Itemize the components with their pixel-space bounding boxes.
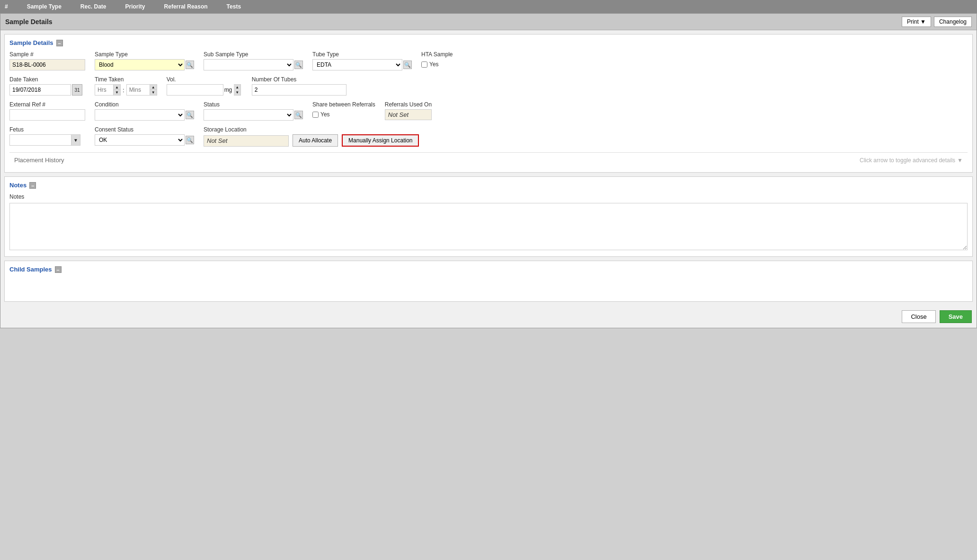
auto-allocate-button[interactable]: Auto Allocate — [293, 134, 338, 147]
status-select[interactable] — [204, 109, 293, 121]
col-tests: Tests — [227, 3, 241, 10]
sample-type-search-icon[interactable]: 🔍 — [186, 61, 194, 69]
toggle-hint-group: Click arrow to toggle advanced details ▼ — [860, 157, 963, 164]
fetus-label: Fetus — [9, 126, 85, 133]
window-title: Sample Details — [5, 18, 53, 26]
col-rec-date: Rec. Date — [80, 3, 107, 10]
time-taken-label: Time Taken — [95, 76, 157, 83]
form-row-2: Date Taken 31 Time Taken ▲ ▼ — [9, 76, 968, 96]
storage-location-value: Not Set — [204, 135, 289, 147]
vol-input-group: mg ▲ ▼ — [167, 84, 242, 96]
child-samples-title-text: Child Samples — [9, 266, 52, 273]
calendar-icon[interactable]: 31 — [72, 84, 82, 96]
tube-type-search-icon[interactable]: 🔍 — [403, 61, 412, 69]
storage-location-field: Storage Location Not Set Auto Allocate M… — [204, 126, 419, 147]
sample-type-label: Sample Type — [95, 51, 194, 58]
vol-down-arrow[interactable]: ▼ — [234, 90, 240, 95]
sample-number-label: Sample # — [9, 51, 85, 58]
notes-textarea[interactable] — [9, 203, 968, 250]
print-button[interactable]: Print ▼ — [902, 17, 931, 27]
condition-search-icon[interactable]: 🔍 — [186, 111, 194, 119]
vol-spinner-arrows: ▲ ▼ — [234, 84, 241, 96]
fetus-input[interactable] — [9, 134, 71, 146]
col-priority: Priority — [125, 3, 145, 10]
hta-sample-checkbox-group: Yes — [421, 61, 453, 68]
consent-status-select[interactable]: OK — [95, 134, 185, 146]
time-taken-input-group: ▲ ▼ : ▲ ▼ — [95, 84, 157, 96]
sample-type-select[interactable]: Blood — [95, 59, 185, 70]
mins-down-arrow[interactable]: ▼ — [150, 90, 157, 95]
vol-input[interactable] — [167, 84, 223, 96]
sample-details-collapse[interactable]: − — [56, 40, 63, 46]
consent-status-label: Consent Status — [95, 126, 194, 133]
child-samples-content — [9, 278, 968, 297]
tube-type-select[interactable]: EDTA — [312, 59, 402, 70]
status-input-group: 🔍 — [204, 109, 303, 121]
sample-details-section: Sample Details − Sample # Sample Type Bl… — [4, 34, 973, 173]
status-label: Status — [204, 101, 303, 108]
hta-sample-checkbox[interactable] — [421, 61, 427, 68]
share-checkbox-group: Yes — [312, 111, 375, 118]
share-between-referrals-field: Share between Referrals Yes — [312, 101, 375, 118]
child-samples-title: Child Samples − — [9, 266, 968, 273]
share-between-referrals-label: Share between Referrals — [312, 101, 375, 108]
vol-label: Vol. — [167, 76, 242, 83]
number-of-tubes-input[interactable] — [252, 84, 346, 96]
consent-status-input-group: OK 🔍 — [95, 134, 194, 146]
vol-up-arrow[interactable]: ▲ — [234, 85, 240, 90]
share-yes-label: Yes — [320, 111, 330, 118]
sub-sample-type-select[interactable] — [204, 59, 293, 70]
sub-sample-type-input-group: 🔍 — [204, 59, 303, 70]
sample-number-input[interactable] — [9, 59, 85, 70]
mins-up-arrow[interactable]: ▲ — [150, 85, 157, 90]
external-ref-input[interactable] — [9, 109, 85, 121]
time-taken-field: Time Taken ▲ ▼ : ▲ ▼ — [95, 76, 157, 96]
date-taken-input[interactable] — [9, 84, 71, 96]
form-row-4: Fetus ▼ Consent Status OK 🔍 Storage Lo — [9, 126, 968, 147]
hours-spinner-arrows: ▲ ▼ — [114, 84, 121, 96]
child-samples-collapse-btn[interactable]: − — [55, 266, 62, 273]
storage-location-label: Storage Location — [204, 126, 419, 133]
hours-spinner: ▲ ▼ — [95, 84, 121, 96]
changelog-button[interactable]: Changelog — [934, 17, 972, 27]
close-button[interactable]: Close — [902, 310, 935, 323]
sub-sample-type-search-icon[interactable]: 🔍 — [294, 61, 303, 69]
hta-sample-field: HTA Sample Yes — [421, 51, 453, 68]
sample-type-field: Sample Type Blood 🔍 — [95, 51, 194, 70]
col-hash: # — [5, 3, 8, 10]
vol-field: Vol. mg ▲ ▼ — [167, 76, 242, 96]
number-of-tubes-label: Number Of Tubes — [252, 76, 346, 83]
notes-collapse-btn[interactable]: − — [29, 182, 36, 189]
share-between-referrals-checkbox[interactable] — [312, 112, 319, 118]
external-ref-label: External Ref # — [9, 101, 85, 108]
status-field: Status 🔍 — [204, 101, 303, 121]
condition-field: Condition 🔍 — [95, 101, 194, 121]
tube-type-input-group: EDTA 🔍 — [312, 59, 412, 70]
hours-up-arrow[interactable]: ▲ — [114, 85, 120, 90]
manually-assign-location-button[interactable]: Manually Assign Location — [342, 134, 419, 147]
referrals-used-on-label: Referrals Used On — [385, 101, 432, 108]
mins-spinner-arrows: ▲ ▼ — [150, 84, 157, 96]
fetus-spinner-group: ▼ — [9, 134, 85, 146]
sub-sample-type-field: Sub Sample Type 🔍 — [204, 51, 303, 70]
hours-down-arrow[interactable]: ▼ — [114, 90, 120, 95]
mins-input[interactable] — [126, 84, 150, 96]
main-window: Sample Details Print ▼ Changelog Sample … — [0, 13, 977, 328]
sample-details-title: Sample Details − — [9, 39, 968, 46]
hours-input[interactable] — [95, 84, 114, 96]
form-row-1: Sample # Sample Type Blood 🔍 Sub Sample … — [9, 51, 968, 70]
save-button[interactable]: Save — [940, 310, 972, 323]
toggle-arrow-icon[interactable]: ▼ — [957, 157, 963, 164]
referrals-used-on-value: Not Set — [385, 109, 432, 120]
number-of-tubes-field: Number Of Tubes — [252, 76, 346, 96]
mins-spinner: ▲ ▼ — [126, 84, 157, 96]
toggle-hint-text: Click arrow to toggle advanced details — [860, 157, 955, 164]
time-colon: : — [123, 87, 124, 94]
consent-status-field: Consent Status OK 🔍 — [95, 126, 194, 146]
column-headers: # Sample Type Rec. Date Priority Referra… — [0, 0, 977, 13]
status-search-icon[interactable]: 🔍 — [294, 111, 303, 119]
consent-status-search-icon[interactable]: 🔍 — [186, 136, 194, 144]
condition-select[interactable] — [95, 109, 185, 121]
fetus-spinner-btn[interactable]: ▼ — [71, 134, 80, 146]
date-taken-input-group: 31 — [9, 84, 85, 96]
